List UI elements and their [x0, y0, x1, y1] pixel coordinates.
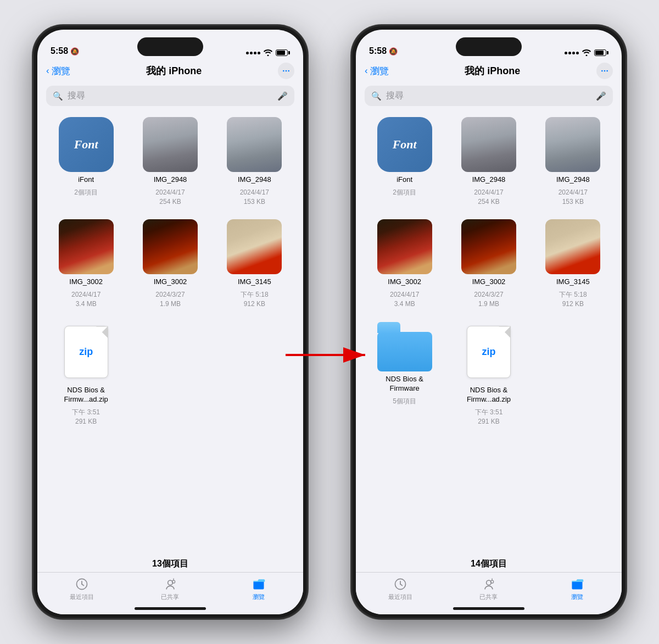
right-file-img2948b[interactable]: IMG_2948 2024/4/17153 KB: [531, 112, 615, 214]
left-search-placeholder: 搜尋: [68, 90, 273, 102]
photo-silver-car-right-1: [461, 117, 516, 172]
dynamic-island-right: [456, 37, 522, 56]
left-files-grid: Font iFont 2個項目 IMG_2948 2024/4/17254 KB: [44, 112, 297, 434]
red-arrow-container: [286, 344, 373, 368]
red-arrow: [286, 344, 373, 366]
left-file-img3002b[interactable]: IMG_3002 2024/3/271.9 MB: [128, 214, 212, 316]
photo-red-partial-right: [545, 219, 600, 274]
right-file-img2948a[interactable]: IMG_2948 2024/4/17254 KB: [446, 112, 530, 214]
home-indicator-right: [453, 607, 524, 610]
right-tab-browse[interactable]: 瀏覽: [555, 577, 599, 601]
svg-point-2: [288, 70, 289, 72]
photo-red-car-right-2: [461, 219, 516, 274]
photo-red-car-right-1: [377, 219, 432, 274]
left-file-ifont[interactable]: Font iFont 2個項目: [44, 112, 128, 214]
ifont-icon-right: Font: [377, 117, 432, 172]
signal-icon-right: [565, 52, 579, 54]
ifont-icon-left: Font: [59, 117, 114, 172]
right-tab-shared[interactable]: 已共享: [467, 577, 511, 601]
clock-icon-left: [75, 577, 89, 591]
shared-icon-left: [163, 577, 177, 591]
signal-icon-left: [246, 52, 260, 54]
left-file-nds-zip[interactable]: zip NDS Bios &Firmw...ad.zip 下午 3:51291 …: [44, 317, 128, 434]
folder-icon-right: [377, 322, 432, 371]
right-time: 5:58 🔕: [369, 46, 398, 56]
more-icon-right: [600, 66, 609, 75]
photo-red-partial-left: [227, 219, 282, 274]
right-file-img3002b[interactable]: IMG_3002 2024/3/271.9 MB: [446, 214, 530, 316]
zip-icon-left: zip: [59, 322, 114, 382]
photo-silver-car-left-2: [227, 117, 282, 172]
right-phone-screen: 5:58 🔕: [356, 30, 622, 614]
left-phone-frame: 5:58 🔕: [33, 25, 308, 619]
right-file-nds-zip[interactable]: zip NDS Bios &Firmw...ad.zip 下午 3:51291 …: [446, 317, 530, 434]
left-file-img3145[interactable]: IMG_3145 下午 5:18912 KB: [213, 214, 297, 316]
photo-silver-car-left-1: [143, 117, 198, 172]
left-nav-title: 我的 iPhone: [146, 64, 202, 77]
left-phone-screen: 5:58 🔕: [37, 30, 303, 614]
photo-silver-car-right-2: [545, 117, 600, 172]
mute-icon-right: 🔕: [389, 47, 398, 55]
left-nav-bar: ‹ 瀏覽 我的 iPhone: [37, 59, 303, 84]
right-file-img3002a[interactable]: IMG_3002 2024/4/173.4 MB: [362, 214, 446, 316]
right-file-nds-folder[interactable]: NDS Bios &Firmware 5個項目: [362, 317, 446, 434]
clock-icon-right: [393, 577, 407, 591]
svg-point-12: [601, 70, 603, 72]
left-tab-recent[interactable]: 最近項目: [60, 577, 104, 601]
shared-icon-right: [482, 577, 496, 591]
left-time: 5:58 🔕: [51, 46, 79, 56]
right-search-bar[interactable]: 🔍 搜尋 🎤: [365, 86, 613, 106]
home-indicator-left: [135, 607, 206, 610]
right-nav-title: 我的 iPhone: [465, 64, 520, 77]
right-files-grid: Font iFont 2個項目 IMG_2948 2024/4/17254 KB: [362, 112, 615, 434]
photo-red-car-left-2: [143, 219, 198, 274]
left-status-icons: [246, 49, 290, 56]
right-back-button[interactable]: ‹ 瀏覽: [365, 65, 389, 77]
right-tab-recent[interactable]: 最近項目: [378, 577, 422, 601]
right-phone: 5:58 🔕: [351, 25, 626, 619]
left-tab-shared[interactable]: 已共享: [148, 577, 192, 601]
mic-icon-right: 🎤: [596, 91, 606, 101]
right-file-img3145[interactable]: IMG_3145 下午 5:18912 KB: [531, 214, 615, 316]
svg-point-0: [286, 70, 287, 72]
right-search-placeholder: 搜尋: [386, 90, 591, 102]
svg-line-5: [82, 584, 83, 586]
left-files-content: Font iFont 2個項目 IMG_2948 2024/4/17254 KB: [37, 112, 303, 554]
search-icon-right: 🔍: [371, 91, 382, 101]
left-file-img3002a[interactable]: IMG_3002 2024/4/173.4 MB: [44, 214, 128, 316]
left-search-bar[interactable]: 🔍 搜尋 🎤: [46, 86, 294, 106]
browse-folder-icon-left: [252, 577, 266, 591]
right-more-button[interactable]: [596, 63, 613, 79]
page-container: 5:58 🔕: [33, 25, 626, 619]
right-items-count: 14個項目: [356, 554, 622, 572]
svg-point-11: [604, 70, 606, 72]
photo-red-car-left-1: [59, 219, 114, 274]
battery-icon-right: [594, 49, 608, 56]
right-file-ifont[interactable]: Font iFont 2個項目: [362, 112, 446, 214]
svg-point-13: [606, 70, 608, 72]
browse-folder-icon-right: [570, 577, 584, 591]
left-more-button[interactable]: [278, 63, 294, 79]
right-phone-frame: 5:58 🔕: [351, 25, 626, 619]
right-nav-bar: ‹ 瀏覽 我的 iPhone: [356, 59, 622, 84]
mute-icon-left: 🔕: [70, 47, 79, 55]
battery-icon-left: [276, 49, 290, 56]
wifi-icon-left: [264, 49, 272, 56]
mic-icon-left: 🎤: [277, 91, 288, 101]
svg-point-1: [283, 70, 284, 72]
left-tab-browse[interactable]: 瀏覽: [237, 577, 281, 601]
svg-line-16: [400, 584, 402, 586]
zip-icon-right: zip: [461, 322, 516, 382]
right-files-content: Font iFont 2個項目 IMG_2948 2024/4/17254 KB: [356, 112, 622, 554]
left-back-button[interactable]: ‹ 瀏覽: [46, 65, 70, 77]
wifi-icon-right: [582, 49, 591, 56]
left-items-count: 13個項目: [37, 554, 303, 572]
left-file-img2948a[interactable]: IMG_2948 2024/4/17254 KB: [128, 112, 212, 214]
svg-point-17: [487, 580, 492, 585]
more-icon-left: [282, 66, 291, 75]
left-phone: 5:58 🔕: [33, 25, 308, 619]
dynamic-island-left: [137, 37, 203, 56]
left-file-img2948b[interactable]: IMG_2948 2024/4/17153 KB: [213, 112, 297, 214]
search-icon-left: 🔍: [53, 91, 63, 101]
svg-point-6: [168, 580, 173, 585]
